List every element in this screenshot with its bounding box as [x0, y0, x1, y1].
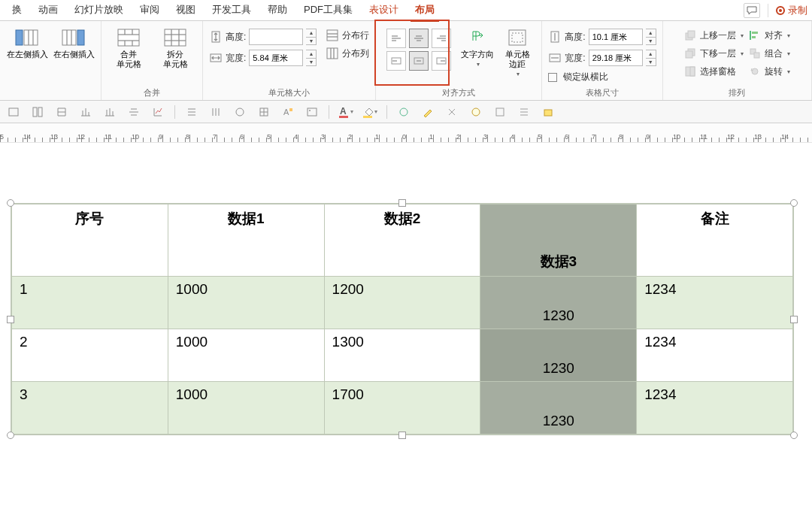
slide-canvas[interactable]: 序号 数据1 数据2 数据3 备注 1100012001230123421000…: [0, 143, 812, 530]
cell-margins-button[interactable]: 单元格 边距 ▾: [499, 24, 535, 77]
table-width-input[interactable]: [589, 50, 643, 66]
cell[interactable]: 1200: [324, 277, 480, 329]
align-button[interactable]: 对齐▾: [748, 29, 790, 42]
selection-pane-icon: [683, 65, 697, 78]
qat-btn[interactable]: [492, 104, 508, 120]
qat-fill-color[interactable]: ▾: [362, 104, 377, 120]
qat-btn[interactable]: [304, 104, 320, 120]
tab-6[interactable]: 帮助: [260, 0, 295, 21]
insert-column-right-button[interactable]: 在右侧插入: [53, 24, 95, 59]
align-mid-left[interactable]: [386, 51, 406, 71]
tab-layout[interactable]: 布局: [408, 0, 442, 21]
qat-btn[interactable]: [6, 104, 21, 120]
table-header[interactable]: 数据2: [324, 204, 480, 277]
cell-height-input[interactable]: [249, 29, 303, 45]
split-cells-button[interactable]: 拆分 单元格: [154, 24, 196, 69]
insert-column-left-button[interactable]: 在左侧插入: [6, 24, 48, 59]
align-mid-right[interactable]: [432, 51, 451, 71]
resize-handle[interactable]: [790, 432, 798, 439]
record-button[interactable]: 录制: [776, 4, 807, 17]
qat-btn[interactable]: [396, 104, 411, 120]
data-table[interactable]: 序号 数据1 数据2 数据3 备注 1100012001230123421000…: [11, 204, 793, 435]
selected-table-object[interactable]: 序号 数据1 数据2 数据3 备注 1100012001230123421000…: [11, 203, 794, 435]
qat-btn[interactable]: [208, 104, 223, 120]
merge-cells-button[interactable]: 合并 单元格: [108, 24, 150, 69]
table-header[interactable]: 备注: [637, 204, 793, 277]
cell[interactable]: 1230: [480, 277, 637, 329]
table-header[interactable]: 数据3: [480, 204, 637, 277]
qat-btn[interactable]: [420, 104, 435, 120]
cell[interactable]: 1234: [637, 277, 793, 329]
tab-2[interactable]: 幻灯片放映: [67, 0, 131, 21]
selection-pane-button[interactable]: 选择窗格: [683, 65, 744, 78]
cell-width-spinner[interactable]: ▲▼: [306, 50, 317, 66]
tab-5[interactable]: 开发工具: [205, 0, 259, 21]
resize-handle[interactable]: [7, 316, 14, 323]
cell[interactable]: 2: [12, 329, 168, 382]
distribute-rows-button[interactable]: 分布行: [326, 29, 369, 42]
cell-height-spinner[interactable]: ▲▼: [306, 29, 317, 45]
qat-btn[interactable]: [54, 104, 69, 120]
tab-tabledesign[interactable]: 表设计: [362, 0, 406, 21]
resize-handle[interactable]: [7, 432, 14, 439]
table-height-spinner[interactable]: ▲▼: [646, 29, 656, 45]
qat-btn[interactable]: [30, 104, 45, 120]
qat-btn[interactable]: [184, 104, 199, 120]
cell[interactable]: 1000: [168, 329, 324, 382]
cell[interactable]: 1700: [324, 382, 480, 435]
qat-btn[interactable]: [517, 104, 532, 120]
qat-btn[interactable]: [256, 104, 271, 120]
text-direction-button[interactable]: 文字方向 ▾: [460, 24, 495, 68]
align-icon: [435, 56, 447, 65]
table-row[interactable]: 21000130012301234: [12, 329, 793, 382]
group-icon: [748, 47, 762, 60]
qat-btn[interactable]: [102, 104, 117, 120]
table-row[interactable]: 11000120012301234: [12, 277, 793, 329]
table-row[interactable]: 31000170012301234: [12, 382, 793, 435]
cell-width-input[interactable]: [249, 50, 303, 66]
align-mid-center[interactable]: [409, 51, 429, 71]
qat-btn[interactable]: [444, 104, 459, 120]
qat-btn[interactable]: [78, 104, 93, 120]
tab-0[interactable]: 换: [5, 0, 29, 21]
qat-font-color[interactable]: A▾: [338, 104, 353, 120]
distribute-cols-button[interactable]: 分布列: [326, 47, 369, 60]
speech-bubble-icon: [747, 6, 757, 15]
tab-1[interactable]: 动画: [31, 0, 65, 21]
qat-btn[interactable]: [150, 104, 165, 120]
cell[interactable]: 1000: [168, 382, 324, 435]
svg-rect-70: [339, 116, 348, 118]
comments-button[interactable]: [744, 3, 760, 18]
send-backward-icon: [683, 47, 697, 60]
cell[interactable]: 1230: [480, 382, 637, 435]
align-top-center[interactable]: [409, 29, 429, 48]
tab-7[interactable]: PDF工具集: [296, 0, 360, 21]
table-height-input[interactable]: [589, 29, 643, 45]
resize-handle[interactable]: [398, 199, 406, 207]
align-top-left[interactable]: [386, 29, 406, 48]
lock-aspect-checkbox[interactable]: 锁定纵横比: [548, 71, 656, 83]
align-icon: [413, 56, 425, 65]
qat-btn[interactable]: [468, 104, 483, 120]
qat-btn[interactable]: [541, 104, 556, 120]
tab-3[interactable]: 审阅: [132, 0, 167, 21]
resize-handle[interactable]: [790, 199, 798, 207]
cell[interactable]: 1234: [637, 329, 793, 382]
resize-handle[interactable]: [398, 432, 406, 439]
tab-4[interactable]: 视图: [168, 0, 203, 21]
table-width-spinner[interactable]: ▲▼: [646, 50, 656, 66]
qat-btn[interactable]: A: [280, 104, 295, 120]
cell[interactable]: 3: [12, 382, 168, 435]
cell[interactable]: 1300: [324, 329, 480, 382]
align-top-right[interactable]: [432, 29, 451, 48]
cell[interactable]: 1230: [480, 329, 637, 382]
resize-handle[interactable]: [7, 199, 14, 207]
resize-handle[interactable]: [790, 316, 798, 323]
cell[interactable]: 1234: [637, 382, 793, 435]
cell[interactable]: 1: [12, 277, 168, 329]
qat-btn[interactable]: [126, 104, 141, 120]
table-header[interactable]: 序号: [12, 204, 168, 277]
qat-btn[interactable]: [232, 104, 247, 120]
cell[interactable]: 1000: [168, 277, 324, 329]
table-header[interactable]: 数据1: [168, 204, 324, 277]
